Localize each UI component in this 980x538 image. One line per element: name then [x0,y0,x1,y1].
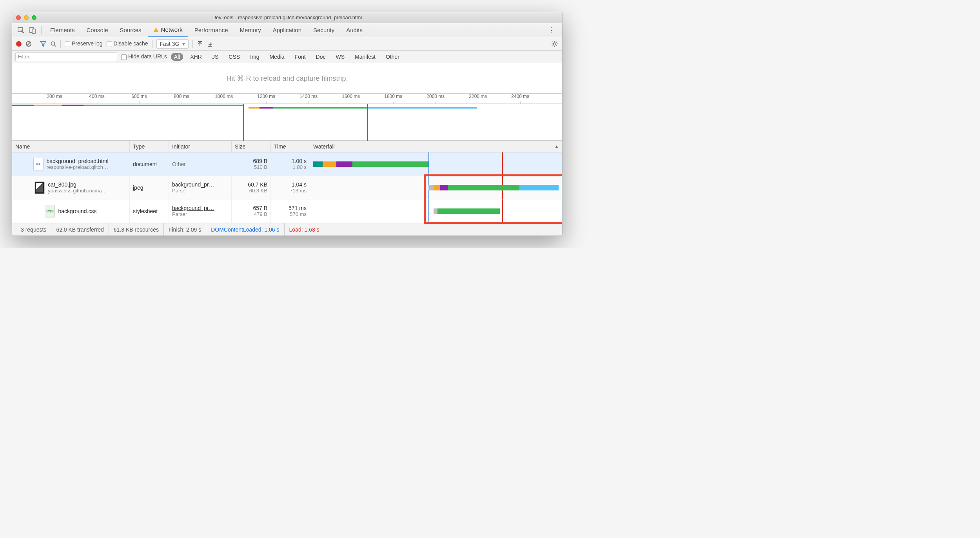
overview-ruler: 200 ms 400 ms 600 ms 800 ms 1000 ms 1200… [12,94,562,104]
request-initiator[interactable]: background_pr… [172,205,228,211]
request-domain: yoavweiss.github.io/ima… [48,188,107,194]
status-load: Load: 1.63 s [285,223,324,235]
network-toolbar: Preserve log Disable cache Fast 3G ▾ [12,37,562,51]
request-time-sub: 1.00 s [293,164,307,170]
download-har-icon[interactable] [207,41,213,47]
overview-body [12,104,562,141]
panel-tabs: Elements Console Sources Network Perform… [12,23,562,37]
titlebar: DevTools - responsive-preload.glitch.me/… [12,12,562,23]
clear-icon[interactable] [25,41,32,47]
col-initiator[interactable]: Initiator [169,141,232,152]
status-requests: 3 requests [16,223,51,235]
request-time: 571 ms [289,205,307,211]
request-time: 1.04 s [292,181,307,188]
request-initiator: Other [172,161,228,167]
col-name[interactable]: Name [12,141,130,152]
more-menu-icon[interactable]: ⋮ [544,26,559,34]
type-filter-ws[interactable]: WS [333,53,348,61]
request-time: 1.00 s [292,158,307,164]
tab-console[interactable]: Console [81,23,114,37]
tab-network-label: Network [161,26,183,33]
upload-har-icon[interactable] [197,41,203,47]
devtools-window: DevTools - responsive-preload.glitch.me/… [12,12,563,236]
svg-line-8 [54,45,56,47]
request-time-sub: 570 ms [290,211,307,217]
disable-cache-checkbox[interactable]: Disable cache [107,40,148,47]
request-type: jpeg [130,176,169,199]
request-initiator-sub: Parser [172,188,228,194]
separator [60,40,61,48]
request-row[interactable]: CSS background.css stylesheet background… [12,199,562,223]
status-finish: Finish: 2.09 s [164,223,206,235]
settings-icon[interactable] [551,40,558,47]
type-filter-font[interactable]: Font [292,53,309,61]
search-icon[interactable] [50,41,56,47]
request-domain: responsive-preload.glitch… [47,164,109,170]
column-headers: Name Type Initiator Size Time Waterfall … [12,141,562,152]
col-size[interactable]: Size [232,141,271,152]
status-transferred: 62.0 KB transferred [51,223,109,235]
type-filter-other[interactable]: Other [383,53,403,61]
type-filter-xhr[interactable]: XHR [187,53,205,61]
hide-data-urls-checkbox[interactable]: Hide data URLs [121,53,167,60]
preserve-log-checkbox[interactable]: Preserve log [65,40,103,47]
separator [192,40,193,48]
col-waterfall[interactable]: Waterfall ▲ [310,141,562,152]
device-toggle-icon[interactable] [27,25,38,36]
type-filter-js[interactable]: JS [209,53,221,61]
waterfall-cell [310,199,562,223]
type-filter-img[interactable]: Img [247,53,262,61]
request-name: cat_800.jpg [48,181,107,188]
type-filter-all[interactable]: All [171,53,183,61]
throttling-select[interactable]: Fast 3G ▾ [156,39,189,49]
sort-indicator-icon: ▲ [555,144,559,149]
separator [152,40,152,48]
request-size: 657 B [253,205,267,211]
request-name: background.css [58,208,96,214]
svg-rect-3 [156,29,156,31]
tab-audits[interactable]: Audits [341,23,368,37]
tab-performance[interactable]: Performance [189,23,234,37]
record-button[interactable] [16,41,22,47]
request-row[interactable]: <> background_preload.html responsive-pr… [12,152,562,176]
type-filter-css[interactable]: CSS [225,53,243,61]
request-initiator[interactable]: background_pr… [172,181,228,188]
request-size-sub: 60.3 KB [249,188,267,194]
request-type: stylesheet [130,199,169,223]
request-size-sub: 510 B [254,164,267,170]
col-type[interactable]: Type [130,141,169,152]
type-filter-media[interactable]: Media [266,53,287,61]
file-icon [34,181,45,194]
request-table-body: <> background_preload.html responsive-pr… [12,152,562,223]
chevron-down-icon: ▾ [182,41,185,47]
col-time[interactable]: Time [271,141,310,152]
request-type: document [130,152,169,176]
request-initiator-sub: Parser [172,211,228,217]
type-filter-manifest[interactable]: Manifest [352,53,379,61]
request-size-sub: 479 B [254,211,267,217]
request-size: 60.7 KB [248,181,267,188]
tab-sources[interactable]: Sources [114,23,147,37]
tab-application[interactable]: Application [267,23,307,37]
status-resources: 61.3 KB resources [109,223,164,235]
status-bar: 3 requests 62.0 KB transferred 61.3 KB r… [12,223,562,235]
filter-toggle-icon[interactable] [40,41,46,47]
tab-security[interactable]: Security [308,23,340,37]
file-icon: CSS [45,205,55,217]
tab-network[interactable]: Network [148,23,188,37]
overview-timeline[interactable]: 200 ms 400 ms 600 ms 800 ms 1000 ms 1200… [12,94,562,141]
request-name: background_preload.html [47,158,109,164]
filmstrip-placeholder: Hit ⌘ R to reload and capture filmstrip. [12,63,562,94]
svg-line-6 [27,42,30,45]
svg-point-7 [51,42,55,45]
tab-elements[interactable]: Elements [45,23,80,37]
svg-line-16 [552,42,553,42]
tab-memory[interactable]: Memory [234,23,267,37]
file-icon: <> [33,158,44,170]
filter-input[interactable] [15,53,117,61]
type-filter-doc[interactable]: Doc [313,53,329,61]
request-row[interactable]: cat_800.jpg yoavweiss.github.io/ima… jpe… [12,176,562,199]
svg-line-17 [556,45,557,46]
inspect-icon[interactable] [15,25,26,36]
svg-rect-2 [32,29,35,33]
